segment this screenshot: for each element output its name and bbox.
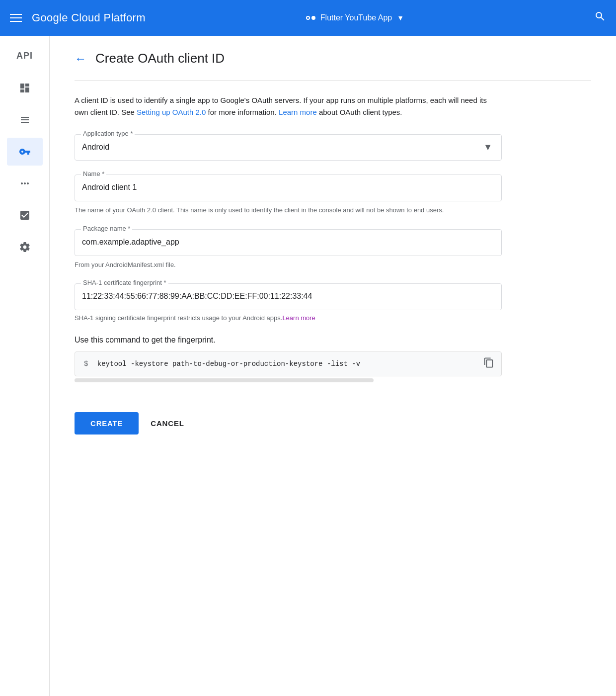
sha1-section: SHA-1 certificate fingerprint * SHA-1 si…	[75, 283, 502, 322]
command-text: $ keytool -keystore path-to-debug-or-pro…	[84, 360, 476, 368]
app-type-label: Application type *	[81, 130, 135, 137]
package-hint: From your AndroidManifest.xml file.	[75, 260, 502, 270]
app-header: Google Cloud Platform Flutter YouTube Ap…	[0, 0, 616, 36]
search-icon[interactable]	[594, 10, 606, 25]
project-icon	[306, 16, 315, 20]
page-title: Create OAuth client ID	[95, 51, 225, 66]
copy-button[interactable]	[481, 355, 496, 373]
sha1-learn-more-link[interactable]: Learn more	[282, 314, 315, 322]
sidebar-item-settings[interactable]	[7, 233, 43, 261]
project-selector[interactable]: Flutter YouTube App ▼	[306, 13, 404, 22]
command-section: Use this command to get the fingerprint.…	[75, 336, 502, 382]
header-divider	[75, 80, 591, 81]
sidebar-item-tasks[interactable]	[7, 201, 43, 229]
name-input[interactable]	[82, 180, 494, 195]
create-button[interactable]: CREATE	[75, 412, 139, 435]
command-section-label: Use this command to get the fingerprint.	[75, 336, 502, 345]
name-field: Name *	[75, 174, 502, 201]
command-box: $ keytool -keystore path-to-debug-or-pro…	[75, 351, 502, 376]
cancel-button[interactable]: CANCEL	[151, 419, 184, 428]
project-dropdown-icon: ▼	[397, 14, 404, 22]
sha1-hint: SHA-1 signing certificate fingerprint re…	[75, 314, 502, 322]
sha1-input[interactable]	[82, 289, 494, 304]
command-value: keytool -keystore path-to-debug-or-produ…	[97, 360, 360, 368]
oauth-setup-link[interactable]: Setting up OAuth 2.0	[137, 108, 206, 116]
app-type-field: Application type * Android iOS Web appli…	[75, 134, 502, 161]
page-header: ← Create OAuth client ID	[75, 51, 591, 66]
main-content: ← Create OAuth client ID A client ID is …	[50, 36, 616, 696]
sidebar: API	[0, 36, 50, 696]
package-field: Package name *	[75, 229, 502, 256]
project-name: Flutter YouTube App	[320, 13, 392, 22]
sidebar-item-explore[interactable]	[7, 170, 43, 197]
app-title: Google Cloud Platform	[32, 11, 146, 24]
sha1-field: SHA-1 certificate fingerprint *	[75, 283, 502, 310]
page-description: A client ID is used to identify a single…	[75, 94, 502, 118]
sidebar-item-credentials[interactable]	[7, 138, 43, 166]
name-label: Name *	[81, 170, 106, 177]
package-section: Package name * From your AndroidManifest…	[75, 229, 502, 270]
app-type-section: Application type * Android iOS Web appli…	[75, 134, 502, 161]
app-type-select[interactable]: Android iOS Web application Desktop app	[82, 140, 494, 154]
learn-more-link[interactable]: Learn more	[279, 108, 317, 116]
app-type-select-wrapper: Android iOS Web application Desktop app …	[82, 140, 494, 154]
sidebar-api-label: API	[11, 46, 38, 66]
command-prefix: $	[84, 360, 88, 368]
command-scrollbar[interactable]	[75, 378, 374, 382]
name-section: Name * The name of your OAuth 2.0 client…	[75, 174, 502, 215]
back-button[interactable]: ←	[75, 52, 86, 66]
sidebar-item-library[interactable]	[7, 106, 43, 134]
sha1-label: SHA-1 certificate fingerprint *	[81, 279, 168, 286]
package-label: Package name *	[81, 225, 132, 232]
form-actions: CREATE CANCEL	[75, 402, 591, 435]
name-hint: The name of your OAuth 2.0 client. This …	[75, 205, 502, 215]
menu-icon[interactable]	[10, 14, 22, 22]
package-input[interactable]	[82, 235, 494, 250]
sidebar-item-dashboard[interactable]	[7, 74, 43, 102]
